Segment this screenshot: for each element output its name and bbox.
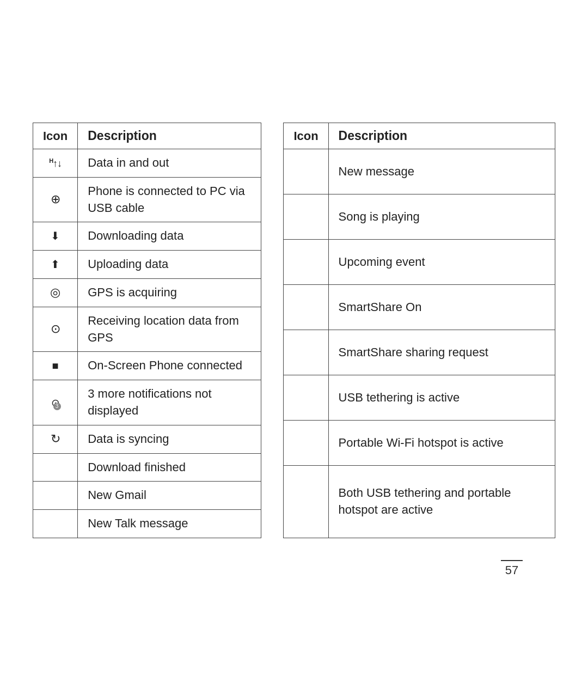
icon-cell bbox=[33, 453, 78, 482]
icon-cell bbox=[284, 421, 328, 466]
description-cell: GPS is acquiring bbox=[78, 279, 261, 307]
table-row: Download finished bbox=[33, 453, 261, 482]
icon-cell: H↑↓ bbox=[33, 149, 78, 178]
icon-cell: ■ bbox=[33, 352, 78, 380]
table-row: ↻ Data is syncing bbox=[33, 425, 261, 453]
icon-cell: ↻ bbox=[33, 425, 78, 453]
more-notifications-icon: ⊙3 bbox=[51, 396, 60, 411]
table-row: New Gmail bbox=[33, 482, 261, 510]
icon-cell: ⊙ bbox=[33, 307, 78, 352]
page-number-container: 57 bbox=[33, 560, 555, 577]
left-table: Icon Description H↑↓ Data in and out bbox=[33, 123, 261, 538]
description-cell: Data in and out bbox=[78, 149, 261, 178]
icon-cell: ⊙3 bbox=[33, 380, 78, 425]
right-table-icon-header: Icon bbox=[284, 123, 328, 149]
gps-acquiring-icon: ◎ bbox=[50, 284, 60, 301]
table-row: New message bbox=[284, 149, 555, 194]
description-cell: New Gmail bbox=[78, 482, 261, 510]
description-cell: Song is playing bbox=[328, 194, 555, 240]
description-cell: Both USB tethering and portable hotspot … bbox=[328, 466, 555, 538]
table-row: ⬆ Uploading data bbox=[33, 251, 261, 279]
table-row: Song is playing bbox=[284, 194, 555, 240]
left-table-icon-header: Icon bbox=[33, 123, 78, 149]
table-row: ■ On-Screen Phone connected bbox=[33, 352, 261, 380]
description-cell: Downloading data bbox=[78, 222, 261, 251]
table-row: Upcoming event bbox=[284, 240, 555, 285]
table-row: ⬇ Downloading data bbox=[33, 222, 261, 251]
description-cell: 3 more notifications not displayed bbox=[78, 380, 261, 425]
description-cell: Download finished bbox=[78, 453, 261, 482]
icon-cell bbox=[284, 240, 328, 285]
description-cell: Uploading data bbox=[78, 251, 261, 279]
page-number: 57 bbox=[501, 560, 523, 577]
description-cell: Upcoming event bbox=[328, 240, 555, 285]
table-row: USB tethering is active bbox=[284, 375, 555, 421]
icon-cell bbox=[33, 510, 78, 538]
page-content: Icon Description H↑↓ Data in and out bbox=[33, 123, 555, 538]
table-row: ⊙3 3 more notifications not displayed bbox=[33, 380, 261, 425]
icon-cell: ⊕ bbox=[33, 177, 78, 222]
description-cell: New message bbox=[328, 149, 555, 194]
icon-cell bbox=[284, 330, 328, 375]
description-cell: On-Screen Phone connected bbox=[78, 352, 261, 380]
description-cell: Data is syncing bbox=[78, 425, 261, 453]
right-table-description-header: Description bbox=[328, 123, 555, 149]
usb-connected-icon: ⊕ bbox=[51, 191, 60, 208]
description-cell: SmartShare On bbox=[328, 285, 555, 330]
icon-cell bbox=[33, 482, 78, 510]
icon-cell bbox=[284, 149, 328, 194]
icon-cell: ⬇ bbox=[33, 222, 78, 251]
description-cell: Phone is connected to PC via USB cable bbox=[78, 177, 261, 222]
description-cell: SmartShare sharing request bbox=[328, 330, 555, 375]
description-cell: Receiving location data from GPS bbox=[78, 307, 261, 352]
icon-cell bbox=[284, 194, 328, 240]
on-screen-phone-icon: ■ bbox=[52, 358, 59, 373]
icon-cell bbox=[284, 285, 328, 330]
icon-cell: ⬆ bbox=[33, 251, 78, 279]
description-cell: USB tethering is active bbox=[328, 375, 555, 421]
icon-cell: ◎ bbox=[33, 279, 78, 307]
right-table: Icon Description New message Son bbox=[283, 123, 555, 538]
downloading-icon: ⬇ bbox=[51, 228, 60, 244]
table-row: SmartShare sharing request bbox=[284, 330, 555, 375]
table-row: H↑↓ Data in and out bbox=[33, 149, 261, 178]
description-cell: New Talk message bbox=[78, 510, 261, 538]
tables-wrapper: Icon Description H↑↓ Data in and out bbox=[33, 123, 555, 538]
left-table-description-header: Description bbox=[78, 123, 261, 149]
table-row: SmartShare On bbox=[284, 285, 555, 330]
table-row: ◎ GPS is acquiring bbox=[33, 279, 261, 307]
table-row: New Talk message bbox=[33, 510, 261, 538]
table-row: Portable Wi-Fi hotspot is active bbox=[284, 421, 555, 466]
data-syncing-icon: ↻ bbox=[51, 431, 60, 448]
icon-cell bbox=[284, 466, 328, 538]
icon-cell bbox=[284, 375, 328, 421]
table-row: ⊙ Receiving location data from GPS bbox=[33, 307, 261, 352]
description-cell: Portable Wi-Fi hotspot is active bbox=[328, 421, 555, 466]
uploading-icon: ⬆ bbox=[51, 257, 60, 272]
table-row: Both USB tethering and portable hotspot … bbox=[284, 466, 555, 538]
table-row: ⊕ Phone is connected to PC via USB cable bbox=[33, 177, 261, 222]
data-in-out-icon: H↑↓ bbox=[49, 157, 62, 171]
gps-location-icon: ⊙ bbox=[51, 321, 60, 338]
